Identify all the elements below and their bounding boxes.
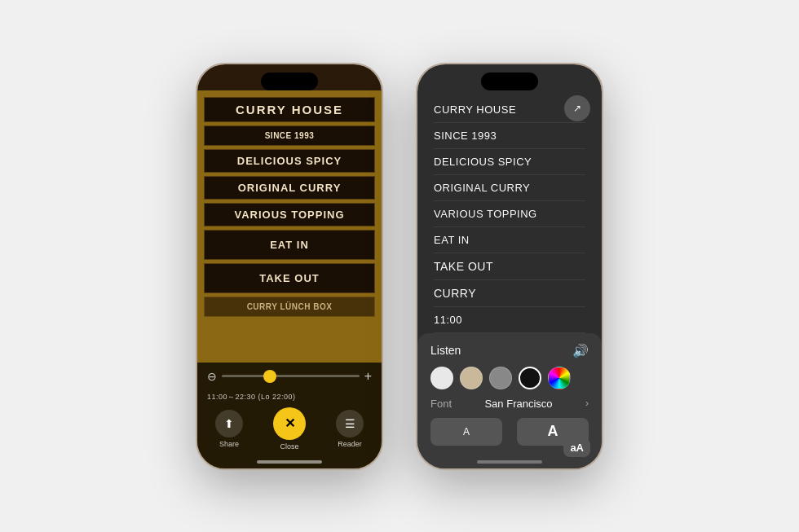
color-options: [430, 367, 589, 389]
expand-icon: ↗: [573, 103, 581, 114]
sign-row-curry-house: CURRY HOUSE: [204, 97, 375, 122]
color-rainbow[interactable]: [548, 367, 571, 389]
text-item-various: VARIOUS TOPPING: [434, 201, 585, 227]
close-label: Close: [280, 442, 298, 451]
sign-row-curry-lunch: CURRY LÜNCH BOX: [204, 297, 375, 317]
dynamic-island-right: [481, 73, 538, 90]
text-item-curry: CURRY: [434, 280, 585, 307]
font-size-small-button[interactable]: A: [430, 418, 502, 446]
left-phone: CURRY HOUSE SINCE 1993 DELICIOUS SPICY O…: [196, 63, 383, 470]
reader-button[interactable]: ☰ Reader: [336, 410, 364, 448]
large-a-label: A: [548, 423, 558, 440]
text-item-since: SINCE 1993: [434, 123, 585, 149]
color-gray[interactable]: [489, 367, 512, 389]
sign-row-original: ORIGINAL CURRY: [204, 176, 375, 200]
close-button[interactable]: ✕ Close: [273, 407, 306, 451]
font-value: San Francisco: [484, 398, 552, 410]
font-label: Font: [430, 398, 452, 410]
dynamic-island-left: [261, 73, 318, 90]
font-row[interactable]: Font San Francisco ›: [430, 398, 589, 410]
home-indicator-right: [477, 460, 542, 464]
text-item-partial: 11:00: [434, 307, 585, 333]
sign-row-eat-in: EAT IN: [204, 230, 375, 260]
left-screen: CURRY HOUSE SINCE 1993 DELICIOUS SPICY O…: [197, 64, 382, 468]
sign-row-various: VARIOUS TOPPING: [204, 203, 375, 226]
zoom-out-icon: ⊖: [207, 370, 217, 383]
zoom-bar[interactable]: ⊖ +: [207, 369, 372, 384]
share-label: Share: [219, 440, 239, 448]
font-chevron-icon: ›: [585, 398, 589, 409]
right-screen: ↗ CURRY HOUSE SINCE 1993 DELICIOUS SPICY…: [417, 64, 602, 468]
sign-row-delicious: DELICIOUS SPICY: [204, 149, 375, 173]
expand-button[interactable]: ↗: [564, 95, 590, 121]
panel-top: Listen 🔊: [430, 343, 589, 358]
zoom-in-icon: +: [364, 369, 372, 384]
text-item-original: ORIGINAL CURRY: [434, 175, 585, 201]
zoom-thumb[interactable]: [263, 370, 276, 383]
color-beige[interactable]: [460, 367, 483, 389]
speaker-icon[interactable]: 🔊: [572, 343, 589, 358]
bottom-toolbar: ⬆ Share ✕ Close ☰ Reader: [207, 407, 372, 451]
color-white[interactable]: [430, 367, 453, 389]
home-indicator-left: [257, 460, 322, 464]
zoom-track[interactable]: [222, 375, 360, 377]
color-black[interactable]: [519, 367, 541, 389]
aa-button[interactable]: aA: [563, 438, 590, 457]
reader-label: Reader: [338, 440, 362, 448]
text-item-take-out: TAKE OUT: [434, 253, 585, 280]
listen-label: Listen: [430, 344, 461, 357]
share-icon: ⬆: [215, 410, 243, 437]
time-text: 11:00～22:30 (Lo 22:00): [207, 392, 296, 402]
small-a-label: A: [463, 426, 470, 437]
reader-icon: ☰: [336, 410, 364, 437]
right-phone: ↗ CURRY HOUSE SINCE 1993 DELICIOUS SPICY…: [416, 63, 603, 470]
text-item-curry-house: CURRY HOUSE: [434, 97, 585, 123]
sign-row-since: SINCE 1993: [204, 125, 375, 146]
text-item-delicious: DELICIOUS SPICY: [434, 149, 585, 175]
sign-row-take-out: TAKE OUT: [204, 263, 375, 293]
share-button[interactable]: ⬆ Share: [215, 410, 243, 448]
bottom-overlay: ⊖ + 11:00～22:30 (Lo 22:00) ⬆ Share ✕ Clo…: [197, 363, 382, 468]
text-item-eat-in: EAT IN: [434, 227, 585, 253]
close-icon: ✕: [273, 407, 306, 440]
